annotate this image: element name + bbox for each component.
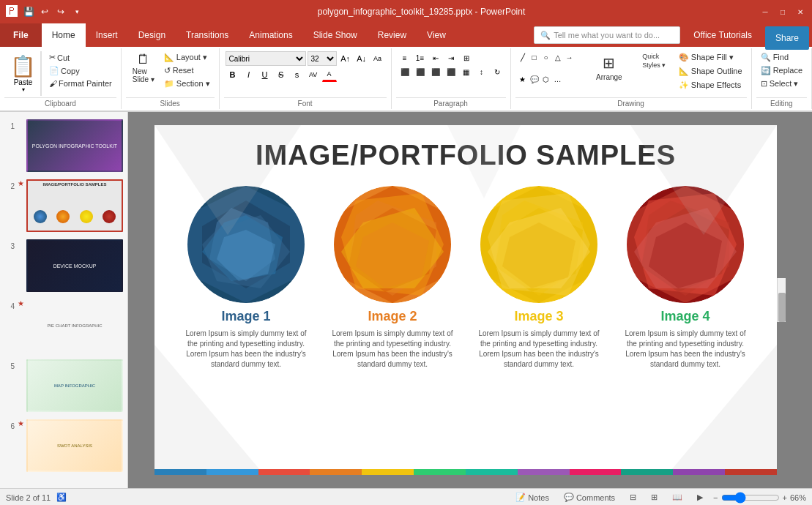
increase-indent-button[interactable]: ⇥ xyxy=(444,51,458,64)
minimize-button[interactable]: ─ xyxy=(759,6,771,18)
slide-thumb-5[interactable]: 5 MAP INFOGRAPHIC xyxy=(3,358,124,414)
align-right-button[interactable]: ⬛ xyxy=(428,65,443,78)
bold-button[interactable]: B xyxy=(226,67,240,82)
comments-button[interactable]: 💬 Comments xyxy=(559,492,619,503)
portfolio-item-4: Image 4 Lorem Ipsum is simply dummy text… xyxy=(619,186,751,370)
copy-button[interactable]: 📄Copy xyxy=(46,64,115,77)
powerpoint-logo-icon: 🅿 xyxy=(6,5,18,18)
slide-sorter-button[interactable]: ⊞ xyxy=(647,492,662,503)
format-painter-button[interactable]: 🖌Format Painter xyxy=(46,78,115,89)
underline-button[interactable]: U xyxy=(258,67,272,82)
tab-design[interactable]: Design xyxy=(128,23,176,47)
char-spacing-button[interactable]: AV xyxy=(306,67,321,82)
shape-outline-button[interactable]: 📐 Shape Outline xyxy=(676,65,745,78)
slide-thumb-3[interactable]: 3 DEVICE MOCKUP xyxy=(3,238,124,293)
shadow-button[interactable]: s xyxy=(290,67,305,82)
vertical-scrollbar[interactable] xyxy=(777,278,786,322)
decrease-indent-button[interactable]: ⇤ xyxy=(428,51,443,64)
quick-styles-button[interactable]: QuickStyles ▾ xyxy=(634,51,674,71)
zoom-in-button[interactable]: + xyxy=(783,493,787,502)
slides-label: Slides xyxy=(126,97,215,108)
italic-button[interactable]: I xyxy=(242,67,256,82)
new-slide-button[interactable]: 🗒 NewSlide ▾ xyxy=(127,51,160,85)
strikethrough-button[interactable]: S xyxy=(274,67,288,82)
triangle-shape[interactable]: △ xyxy=(552,51,564,63)
zoom-level: 66% xyxy=(790,493,806,502)
save-icon[interactable]: 💾 xyxy=(22,5,35,18)
arrow-shape[interactable]: → xyxy=(564,51,576,63)
decrease-font-button[interactable]: A↓ xyxy=(354,51,369,66)
comments-icon: 💬 xyxy=(564,493,574,502)
layout-button[interactable]: 📐 Layout ▾ xyxy=(161,51,213,64)
line-shape[interactable]: ╱ xyxy=(517,51,529,63)
tell-me-bar[interactable]: 🔍 Tell me what you want to do... xyxy=(534,26,680,44)
tab-animations[interactable]: Animations xyxy=(239,23,302,47)
tab-office-tutorials[interactable]: Office Tutorials xyxy=(683,23,762,47)
zoom-slider[interactable] xyxy=(721,492,780,504)
restore-button[interactable]: □ xyxy=(777,6,789,18)
reading-view-button[interactable]: 📖 xyxy=(668,492,687,503)
bullet-list-button[interactable]: ≡ xyxy=(398,51,412,64)
tab-transitions[interactable]: Transitions xyxy=(176,23,239,47)
tab-review[interactable]: Review xyxy=(368,23,417,47)
redo-icon[interactable]: ↪ xyxy=(54,5,67,18)
columns-button[interactable]: ▦ xyxy=(459,65,474,78)
align-center-button[interactable]: ⬛ xyxy=(413,65,428,78)
ribbon: File Home Insert Design Transitions Anim… xyxy=(0,23,812,112)
share-button[interactable]: Share xyxy=(765,26,809,50)
font-color-button[interactable]: A xyxy=(322,67,337,82)
cut-button[interactable]: ✂Cut xyxy=(46,51,115,64)
section-button[interactable]: 📁 Section ▾ xyxy=(161,78,213,90)
search-icon: 🔍 xyxy=(540,31,551,40)
slide-image-1: POLYGON INFOGRAPHIC TOOLKIT xyxy=(26,119,123,172)
star-shape[interactable]: ★ xyxy=(517,73,529,85)
tab-home[interactable]: Home xyxy=(42,23,86,47)
shapes-container: ╱ □ ○ △ → ★ 💬 ⬡ … xyxy=(517,51,584,95)
tab-file[interactable]: File xyxy=(0,23,42,47)
clear-format-button[interactable]: Aa xyxy=(370,51,385,66)
shape-effects-button[interactable]: ✨ Shape Effects xyxy=(676,79,745,91)
select-button[interactable]: ⊡ Select ▾ xyxy=(758,78,805,90)
slide-title: IMAGE/PORTFOLIO SAMPLES xyxy=(154,125,777,179)
replace-button[interactable]: 🔄 Replace xyxy=(758,64,805,77)
increase-font-button[interactable]: A↑ xyxy=(338,51,353,66)
find-button[interactable]: 🔍 Find xyxy=(758,51,805,64)
tab-slideshow[interactable]: Slide Show xyxy=(303,23,368,47)
slideshow-button[interactable]: ▶ xyxy=(693,492,707,503)
slide-thumb-6[interactable]: 6 ★ SWOT ANALYSIS xyxy=(3,418,124,474)
shape-fill-button[interactable]: 🎨 Shape Fill ▾ xyxy=(676,51,745,64)
tab-insert[interactable]: Insert xyxy=(86,23,128,47)
rect-shape[interactable]: □ xyxy=(529,51,540,63)
clipboard-label: Clipboard xyxy=(4,97,116,108)
numbered-list-button[interactable]: 1≡ xyxy=(413,51,428,64)
close-button[interactable]: ✕ xyxy=(794,6,806,18)
callout-shape[interactable]: 💬 xyxy=(529,73,540,85)
justify-button[interactable]: ⬛ xyxy=(444,65,458,78)
notes-button[interactable]: 📝 Notes xyxy=(511,492,554,503)
text-direction-button[interactable]: ↻ xyxy=(490,65,504,78)
circle-shape[interactable]: ○ xyxy=(540,51,552,63)
slide-image-3: DEVICE MOCKUP xyxy=(26,239,123,292)
font-size-select[interactable]: 32 xyxy=(308,51,337,66)
scroll-thumb[interactable] xyxy=(778,293,786,322)
customize-icon[interactable]: ▾ xyxy=(70,5,83,18)
reset-button[interactable]: ↺ Reset xyxy=(161,64,213,77)
slide-thumb-1[interactable]: 1 POLYGON INFOGRAPHIC TOOLKIT xyxy=(3,118,124,173)
slide-thumb-2[interactable]: 2 ★ IMAGE/PORTFOLIO SAMPLES xyxy=(3,178,124,233)
arrange-button[interactable]: ⊞ Arrange xyxy=(591,51,627,84)
font-group: Calibri 32 A↑ A↓ Aa B I U S s xyxy=(220,48,392,109)
more-shapes[interactable]: … xyxy=(552,73,564,85)
paste-button[interactable]: 📋 Paste ▾ xyxy=(6,51,41,96)
font-family-select[interactable]: Calibri xyxy=(226,51,306,66)
portfolio-item-1: Image 1 Lorem Ipsum is simply dummy text… xyxy=(180,186,312,370)
normal-view-button[interactable]: ⊟ xyxy=(625,492,641,503)
tab-view[interactable]: View xyxy=(417,23,456,47)
align-left-button[interactable]: ⬛ xyxy=(398,65,412,78)
undo-icon[interactable]: ↩ xyxy=(38,5,51,18)
portfolio-grid: Image 1 Lorem Ipsum is simply dummy text… xyxy=(154,179,777,377)
hexagon-shape[interactable]: ⬡ xyxy=(540,73,552,85)
slide-thumb-4[interactable]: 4 ★ PIE CHART INFOGRAPHIC xyxy=(3,298,124,354)
smartart-button[interactable]: ⊞ xyxy=(459,51,474,64)
zoom-out-button[interactable]: − xyxy=(713,493,718,502)
line-spacing-button[interactable]: ↕ xyxy=(474,65,489,78)
